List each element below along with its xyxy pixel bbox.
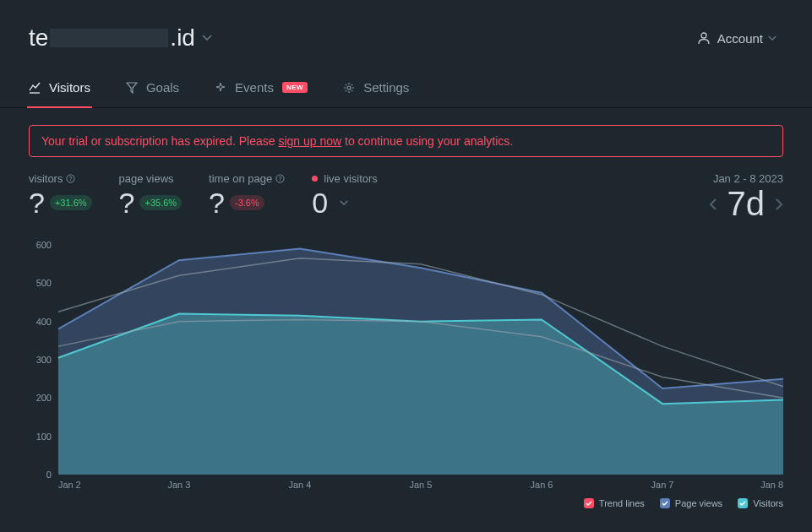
site-title[interactable]: te.id <box>29 24 212 52</box>
chevron-down-icon[interactable] <box>340 200 348 206</box>
stat-label: time on page <box>209 172 272 185</box>
stat-value: ? <box>29 188 45 217</box>
stat-label: live visitors <box>324 172 378 185</box>
checkbox-icon <box>660 498 670 508</box>
svg-text:Jan 6: Jan 6 <box>531 480 553 490</box>
svg-point-1 <box>347 86 351 90</box>
info-icon[interactable]: ? <box>66 174 75 183</box>
alert-prefix: Your trial or subscription has expired. … <box>41 134 278 148</box>
svg-text:Jan 8: Jan 8 <box>760 480 783 490</box>
svg-text:?: ? <box>69 175 73 182</box>
tab-label: Goals <box>146 80 179 95</box>
funnel-icon <box>126 82 138 94</box>
svg-text:Jan 2: Jan 2 <box>58 480 81 490</box>
legend-label: Trend lines <box>599 498 645 508</box>
live-dot-icon <box>312 176 318 182</box>
tab-label: Settings <box>363 80 409 95</box>
svg-text:Jan 5: Jan 5 <box>410 480 433 490</box>
tab-bar: Visitors Goals Events NEW Settings <box>0 68 812 108</box>
stat-timeonpage: time on page ? ? -3.6% <box>209 172 285 217</box>
svg-text:Jan 3: Jan 3 <box>168 480 191 490</box>
new-badge: NEW <box>282 82 308 93</box>
svg-text:0: 0 <box>46 470 52 480</box>
next-range-button[interactable] <box>775 198 783 211</box>
legend-visitors[interactable]: Visitors <box>738 498 783 508</box>
stat-value: 0 <box>312 188 328 217</box>
account-label: Account <box>717 31 763 46</box>
gear-icon <box>343 82 355 94</box>
tab-goals[interactable]: Goals <box>126 68 179 107</box>
checkbox-icon <box>738 498 748 508</box>
chevron-down-icon <box>768 35 783 41</box>
svg-text:?: ? <box>279 175 282 182</box>
stat-label: visitors <box>29 172 63 185</box>
svg-text:600: 600 <box>36 240 52 250</box>
chart-legend: Trend lines Page views Visitors <box>29 498 783 508</box>
prev-range-button[interactable] <box>709 198 717 211</box>
tab-label: Visitors <box>49 80 90 95</box>
stat-value: ? <box>209 188 225 217</box>
svg-text:500: 500 <box>36 278 52 288</box>
stat-visitors: visitors ? ? +31.6% <box>29 172 92 217</box>
account-menu[interactable]: Account <box>697 31 783 46</box>
sparkle-icon <box>215 82 226 94</box>
chevron-down-icon[interactable] <box>202 35 212 41</box>
svg-text:Jan 7: Jan 7 <box>651 480 674 490</box>
stat-change: -3.6% <box>230 195 264 210</box>
user-icon <box>697 31 711 45</box>
svg-text:100: 100 <box>36 432 52 442</box>
svg-text:Jan 4: Jan 4 <box>289 480 312 490</box>
tab-label: Events <box>235 80 274 95</box>
checkbox-icon <box>584 498 594 508</box>
stat-change: +35.6% <box>139 195 182 210</box>
svg-text:200: 200 <box>36 393 52 403</box>
range-value[interactable]: 7d <box>728 185 766 223</box>
info-icon[interactable]: ? <box>275 174 285 183</box>
tab-events[interactable]: Events NEW <box>215 68 308 107</box>
date-range-label: Jan 2 - 8 2023 <box>709 172 784 185</box>
stat-label: page views <box>119 172 174 185</box>
signup-link[interactable]: sign up now <box>278 134 341 148</box>
svg-text:300: 300 <box>36 355 52 365</box>
stat-value: ? <box>119 188 135 217</box>
chart-icon <box>29 82 41 94</box>
legend-label: Visitors <box>753 498 783 508</box>
legend-pageviews[interactable]: Page views <box>660 498 722 508</box>
svg-point-0 <box>701 33 706 38</box>
site-suffix: .id <box>170 24 195 52</box>
redacted-bar <box>50 29 168 47</box>
tab-settings[interactable]: Settings <box>343 68 409 107</box>
stat-pageviews: page views ? +35.6% <box>119 172 183 217</box>
svg-text:400: 400 <box>36 317 52 327</box>
alert-suffix: to continue using your analytics. <box>341 134 513 148</box>
legend-label: Page views <box>675 498 722 508</box>
tab-visitors[interactable]: Visitors <box>29 68 90 107</box>
stat-change: +31.6% <box>50 195 92 210</box>
expired-alert: Your trial or subscription has expired. … <box>29 125 783 157</box>
site-prefix: te <box>29 24 48 52</box>
main-chart: 0100200300400500600 Jan 2Jan 3Jan 4Jan 5… <box>29 238 783 491</box>
legend-trend[interactable]: Trend lines <box>584 498 645 508</box>
stat-live: live visitors 0 <box>312 172 378 217</box>
